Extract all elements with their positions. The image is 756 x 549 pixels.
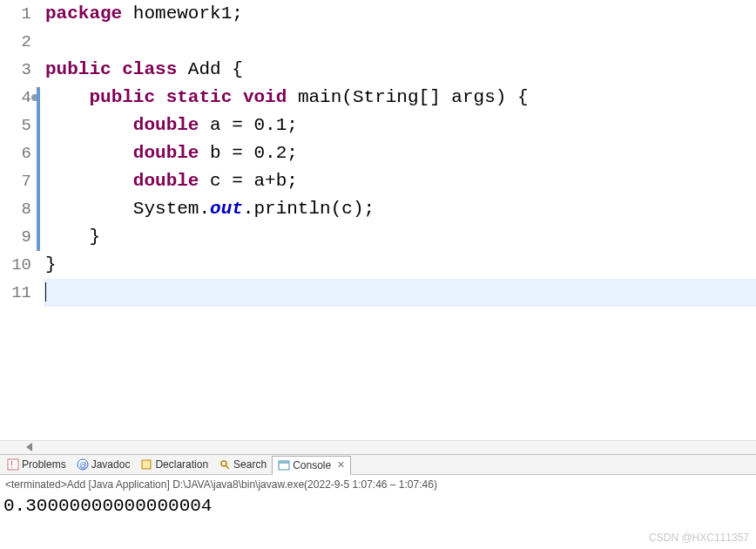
code-line[interactable] [44,28,756,56]
timestamp-label: (2022-9-5 1:07:46 – 1:07:46) [304,478,437,491]
class-declaration: Add { [177,59,243,79]
close-brace: } [45,254,57,274]
tab-declaration[interactable]: Declaration [135,455,213,474]
console-status: <terminated> Add [Java Application] D:\J… [0,475,756,494]
main-signature: main(String[] args) { [287,87,528,107]
keyword-void: void [243,87,287,107]
line-number: 5 [0,112,31,139]
println-call: .println(c); [243,199,375,219]
out-field: out [210,199,243,219]
var-declaration-b: b = 0.2; [199,143,297,163]
tab-label: Problems [22,458,66,471]
system-class: System. [133,199,210,219]
code-line[interactable]: public static void main(String[] args) { [44,84,756,112]
svg-rect-8 [279,461,289,464]
scroll-left-arrow-icon[interactable] [26,443,32,451]
keyword-double: double [133,171,199,191]
tab-console[interactable]: Console ✕ [272,456,351,475]
line-number: 3 [0,56,31,84]
watermark: CSDN @HXC111357 [649,532,749,544]
code-editor[interactable]: 1 2 3 4 5 6 7 8 9 10 11 package homework… [0,0,756,440]
tab-label: Console [293,459,331,471]
method-range-marker [37,87,40,251]
line-number: 8 [0,195,31,223]
tab-label: Declaration [155,458,208,471]
terminated-label: <terminated> [5,478,67,491]
tab-javadoc[interactable]: @ Javadoc [71,455,136,474]
code-area[interactable]: package homework1; public class Add { pu… [44,0,756,440]
horizontal-scrollbar[interactable] [0,440,756,454]
line-number: 2 [0,28,31,56]
keyword-public: public [89,87,155,107]
line-number: 10 [0,251,31,279]
javadoc-icon: @ [77,458,89,471]
code-line[interactable]: double a = 0.1; [44,112,756,139]
svg-rect-0 [8,459,18,470]
line-number: 6 [0,139,31,167]
keyword-public: public [45,59,111,79]
line-number-gutter: 1 2 3 4 5 6 7 8 9 10 11 [0,0,37,440]
code-line-current[interactable] [44,279,756,307]
code-line[interactable]: } [44,251,756,279]
console-output[interactable]: 0.30000000000000004 [0,494,756,518]
declaration-icon [140,458,152,471]
package-name: homework1; [122,3,243,24]
svg-text:!: ! [10,460,13,470]
code-line[interactable]: double c = a+b; [44,167,756,195]
close-brace: } [45,227,100,247]
keyword-class: class [122,59,177,79]
keyword-double: double [133,143,199,163]
var-declaration-c: c = a+b; [199,171,297,191]
code-line[interactable]: public class Add { [44,56,756,84]
tab-label: Search [233,458,267,471]
line-number: 9 [0,223,31,251]
keyword-static: static [166,87,233,107]
svg-rect-4 [142,460,151,469]
console-icon [278,459,290,471]
svg-line-6 [226,465,229,469]
var-declaration-a: a = 0.1; [199,115,297,135]
code-line[interactable]: package homework1; [44,0,756,28]
code-line[interactable]: System.out.println(c); [44,195,756,223]
line-number: 4 [0,84,31,112]
code-line[interactable]: double b = 0.2; [44,139,756,167]
problems-icon: ! [7,458,19,471]
code-line[interactable]: } [44,223,756,251]
bottom-tabs: ! Problems @ Javadoc Declaration Search … [0,454,756,475]
line-number: 11 [0,279,31,307]
marker-strip [37,0,44,440]
close-icon[interactable]: ✕ [337,459,345,471]
line-number: 7 [0,167,31,195]
text-cursor [45,282,46,302]
run-config-label: Add [Java Application] D:\JAVA\java8\bin… [67,478,304,491]
keyword-package: package [45,3,122,24]
svg-text:@: @ [79,461,87,470]
tab-search[interactable]: Search [213,455,272,474]
tab-label: Javadoc [91,458,131,471]
tab-problems[interactable]: ! Problems [2,455,71,474]
line-number: 1 [0,0,31,28]
search-icon [219,458,231,471]
keyword-double: double [133,115,199,135]
